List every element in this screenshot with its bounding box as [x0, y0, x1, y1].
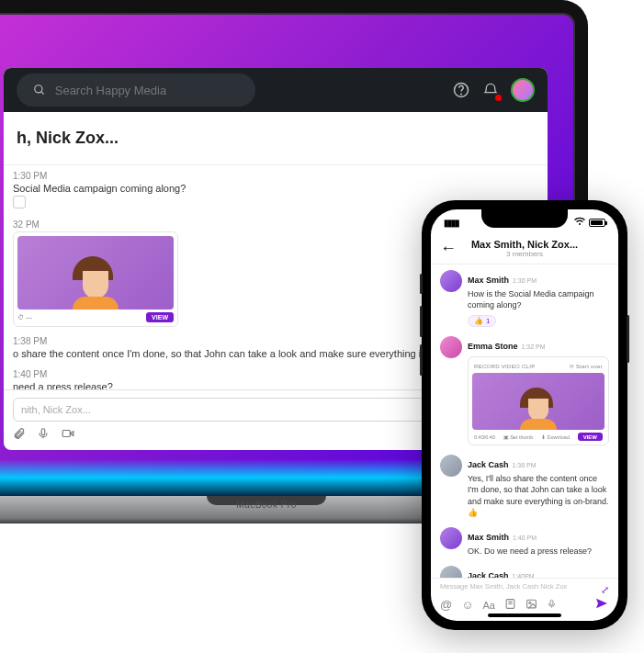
- message-text: OK. Do we need a press release?: [468, 546, 609, 557]
- microphone-icon[interactable]: [37, 427, 50, 443]
- message-timestamp: 1:30 PM: [13, 171, 538, 181]
- chat-title: Max Smith, Nick Zox...: [457, 239, 593, 250]
- video-thumbnail: [472, 373, 604, 430]
- svg-rect-9: [527, 600, 537, 608]
- sender-name: Emma Stone: [468, 342, 518, 351]
- svg-rect-5: [62, 431, 70, 437]
- chat-subtitle: 3 members: [457, 250, 593, 258]
- svg-point-10: [529, 602, 531, 603]
- message: Emma Stone1:32 PM RECORD VIDEO CLIP ⟳ St…: [440, 336, 609, 445]
- avatar[interactable]: [440, 270, 462, 292]
- avatar[interactable]: [440, 336, 462, 358]
- sender-name: Max Smith: [468, 533, 509, 542]
- svg-rect-11: [550, 600, 553, 605]
- app-header: [4, 68, 548, 112]
- video-clip-card[interactable]: ⏱ — VIEW: [13, 231, 178, 327]
- video-duration: 0:40/0:40: [474, 434, 495, 440]
- sender-name: Jack Cash: [468, 571, 509, 578]
- search-icon: [31, 81, 48, 99]
- svg-point-3: [461, 94, 462, 95]
- message: Jack Cash1:38 PM Yes, I'll also share th…: [440, 455, 609, 518]
- send-button[interactable]: [594, 596, 609, 614]
- message-timestamp: 1:40 PM: [513, 535, 537, 541]
- iphone-device: ▮▮▮▮ 9:41 ← Max Smith, Nick Zox... 3 mem…: [422, 200, 627, 630]
- video-meta: ⏱ —: [17, 314, 32, 321]
- sender-name: Jack Cash: [468, 460, 509, 469]
- search-input[interactable]: [55, 84, 241, 97]
- svg-point-0: [35, 85, 42, 93]
- set-thumb-button[interactable]: ▣ Set thumb: [503, 434, 534, 440]
- attachment-icon[interactable]: [13, 427, 26, 443]
- message-list[interactable]: Max Smith1:30 PM How is the Social Media…: [431, 265, 618, 578]
- message: Max Smith1:30 PM How is the Social Media…: [440, 270, 609, 327]
- format-text-icon[interactable]: Aa: [482, 600, 494, 611]
- image-icon[interactable]: [525, 598, 537, 613]
- help-icon[interactable]: [452, 81, 470, 99]
- svg-rect-4: [41, 429, 45, 435]
- message-text: Social Media campaign coming along?: [13, 183, 538, 194]
- reaction-chip[interactable]: 👍1: [468, 315, 496, 327]
- video-thumbnail: [17, 236, 174, 310]
- home-indicator[interactable]: [488, 614, 561, 617]
- chat-header: ← Max Smith, Nick Zox... 3 members: [431, 235, 618, 265]
- start-over-button[interactable]: ⟳ Start over: [570, 363, 603, 369]
- video-card-label: RECORD VIDEO CLIP: [474, 364, 535, 369]
- back-button[interactable]: ←: [440, 239, 457, 258]
- message-timestamp: 1:38 PM: [513, 462, 537, 468]
- message: Max Smith1:40 PM OK. Do we need a press …: [440, 527, 609, 557]
- battery-icon: [589, 219, 605, 227]
- iphone-notch: [481, 209, 568, 228]
- avatar[interactable]: [440, 527, 462, 549]
- search-field[interactable]: [17, 73, 255, 107]
- download-button[interactable]: ⬇ Download: [541, 434, 570, 440]
- video-clip-card[interactable]: RECORD VIDEO CLIP ⟳ Start over 0:40/0:40…: [468, 356, 609, 445]
- message-text: How is the Social Media campaign coming …: [468, 288, 609, 310]
- svg-line-1: [41, 92, 44, 95]
- message-timestamp: 1:32 PM: [522, 343, 546, 350]
- header-actions: [452, 78, 535, 102]
- view-button[interactable]: VIEW: [146, 312, 174, 322]
- composer-input[interactable]: Message Max Smith, Jack Cash Nick Zox: [440, 582, 567, 591]
- device-label: MacBook Pro: [236, 500, 297, 510]
- avatar[interactable]: [440, 455, 462, 477]
- video-icon[interactable]: [61, 427, 75, 443]
- reaction-button[interactable]: [13, 196, 26, 208]
- attachment-icon[interactable]: [504, 598, 516, 613]
- expand-icon[interactable]: ⤢: [601, 584, 609, 596]
- notifications-icon[interactable]: [481, 81, 500, 99]
- mention-icon[interactable]: @: [440, 598, 452, 612]
- avatar[interactable]: [440, 566, 462, 578]
- message-text: Yes, I'll also share the content once I'…: [468, 473, 609, 518]
- emoji-icon[interactable]: ☺: [461, 598, 473, 612]
- chat-title: h, Nick Zox...: [4, 112, 548, 165]
- microphone-icon[interactable]: [547, 598, 557, 613]
- message-timestamp: 1:30 PM: [513, 277, 537, 284]
- wifi-icon: [574, 217, 585, 228]
- user-avatar[interactable]: [511, 78, 535, 102]
- notification-dot: [495, 95, 502, 101]
- message: Jack Cash1:40PM pressrealice_May2021 11.…: [440, 566, 609, 578]
- iphone-screen: ▮▮▮▮ 9:41 ← Max Smith, Nick Zox... 3 mem…: [431, 209, 618, 621]
- sender-name: Max Smith: [468, 276, 509, 285]
- signal-icon: ▮▮▮▮: [444, 218, 458, 228]
- view-button[interactable]: VIEW: [578, 433, 603, 441]
